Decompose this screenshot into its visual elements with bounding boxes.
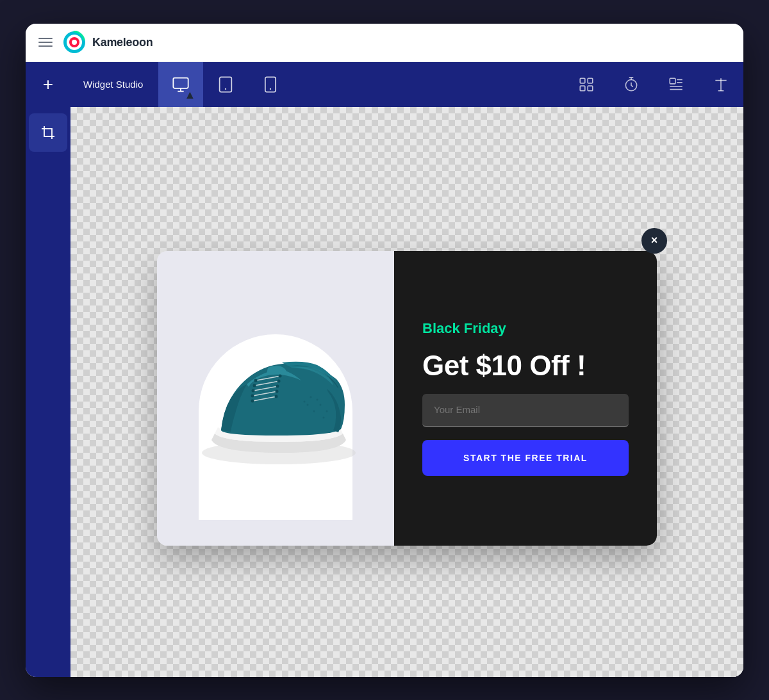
font-icon: [713, 76, 729, 93]
svg-point-43: [307, 403, 309, 405]
discount-headline: Get $10 Off !: [422, 350, 629, 381]
timer-icon: [623, 76, 640, 93]
left-sidebar: [26, 107, 70, 677]
svg-point-34: [253, 384, 256, 387]
main-area: Black Friday Get $10 Off ! START THE FRE…: [26, 107, 743, 677]
tablet-device-btn[interactable]: [203, 62, 248, 107]
grid-icon: [578, 76, 595, 93]
svg-rect-4: [174, 77, 188, 88]
svg-rect-7: [220, 77, 232, 92]
tablet-icon: [217, 76, 235, 94]
svg-point-33: [254, 378, 258, 382]
svg-point-50: [326, 410, 328, 412]
svg-point-44: [313, 410, 315, 412]
popup-left-panel: [157, 251, 394, 546]
add-button[interactable]: +: [26, 62, 70, 107]
svg-point-45: [320, 403, 322, 405]
svg-point-46: [317, 398, 318, 400]
svg-point-42: [275, 395, 278, 398]
svg-point-36: [251, 394, 254, 397]
svg-rect-12: [588, 78, 593, 83]
browser-window: Kameleoon + Widget Studio ▲: [26, 24, 743, 677]
app-title: Kameleoon: [92, 36, 153, 49]
svg-point-39: [277, 379, 281, 382]
top-bar: Kameleoon: [26, 24, 743, 62]
black-friday-label: Black Friday: [422, 320, 629, 337]
svg-point-35: [252, 389, 255, 392]
popup-widget: Black Friday Get $10 Off ! START THE FRE…: [157, 251, 657, 546]
svg-point-37: [251, 399, 254, 402]
svg-rect-18: [670, 78, 675, 84]
hamburger-icon[interactable]: [38, 38, 53, 47]
close-button[interactable]: ×: [641, 228, 667, 254]
svg-point-40: [276, 384, 279, 387]
email-input[interactable]: [422, 394, 629, 427]
mobile-device-btn[interactable]: [248, 62, 293, 107]
crop-tool-btn[interactable]: [29, 113, 67, 152]
toolbar: + Widget Studio ▲: [26, 62, 743, 107]
device-selector: ▲: [158, 62, 293, 107]
plus-icon: +: [43, 76, 53, 94]
svg-point-48: [304, 400, 306, 402]
svg-point-41: [276, 389, 279, 393]
popup-right-panel: Black Friday Get $10 Off ! START THE FRE…: [394, 251, 657, 546]
svg-point-38: [279, 374, 282, 377]
desktop-device-btn[interactable]: ▲: [158, 62, 203, 107]
grid-icon-btn[interactable]: [564, 62, 609, 107]
canvas-area: Black Friday Get $10 Off ! START THE FRE…: [70, 107, 743, 677]
svg-rect-26: [44, 129, 52, 136]
svg-rect-9: [265, 77, 276, 92]
logo-icon: [63, 31, 86, 54]
smartphone-icon: [261, 76, 279, 94]
svg-point-49: [323, 416, 325, 418]
popup-wrapper: Black Friday Get $10 Off ! START THE FRE…: [157, 238, 657, 546]
image-text-icon-btn[interactable]: [654, 62, 699, 107]
svg-rect-14: [588, 86, 593, 91]
svg-point-47: [310, 396, 312, 398]
timer-icon-btn[interactable]: [609, 62, 654, 107]
monitor-icon: [172, 76, 190, 94]
svg-rect-13: [580, 86, 585, 91]
svg-point-3: [72, 40, 77, 45]
cta-button[interactable]: START THE FREE TRIAL: [422, 440, 629, 476]
widget-studio-label: Widget Studio: [70, 79, 156, 90]
font-icon-btn[interactable]: [699, 62, 743, 107]
logo-area: Kameleoon: [63, 31, 153, 54]
shoe-image: [179, 322, 372, 475]
toolbar-right-icons: [564, 62, 743, 107]
svg-rect-11: [580, 78, 585, 83]
image-text-icon: [668, 76, 684, 93]
crop-icon: [40, 125, 56, 140]
